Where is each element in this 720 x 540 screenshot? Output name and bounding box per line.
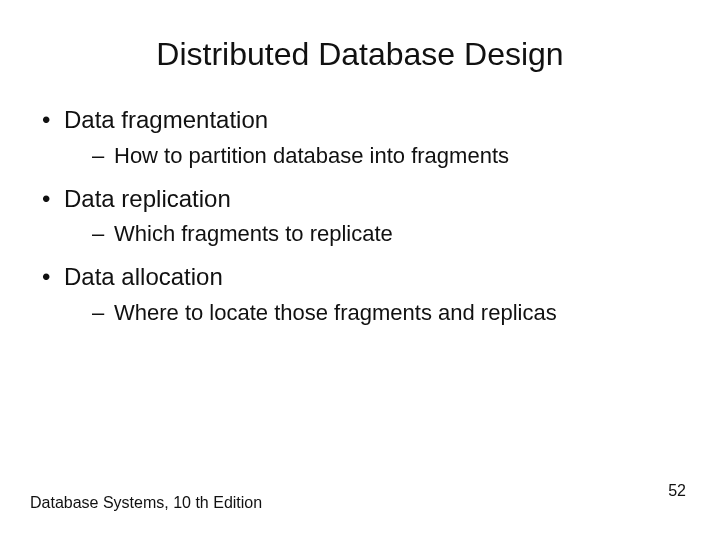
- bullet-level-1: Data replication: [36, 182, 684, 217]
- slide-title: Distributed Database Design: [36, 36, 684, 73]
- bullet-level-2: How to partition database into fragments: [36, 140, 684, 172]
- bullet-level-1: Data allocation: [36, 260, 684, 295]
- bullet-level-2: Where to locate those fragments and repl…: [36, 297, 684, 329]
- bullet-level-2: Which fragments to replicate: [36, 218, 684, 250]
- slide-body: Data fragmentation How to partition data…: [36, 103, 684, 329]
- slide: Distributed Database Design Data fragmen…: [0, 0, 720, 540]
- page-number: 52: [668, 482, 686, 500]
- bullet-level-1: Data fragmentation: [36, 103, 684, 138]
- footer-source: Database Systems, 10 th Edition: [30, 494, 262, 512]
